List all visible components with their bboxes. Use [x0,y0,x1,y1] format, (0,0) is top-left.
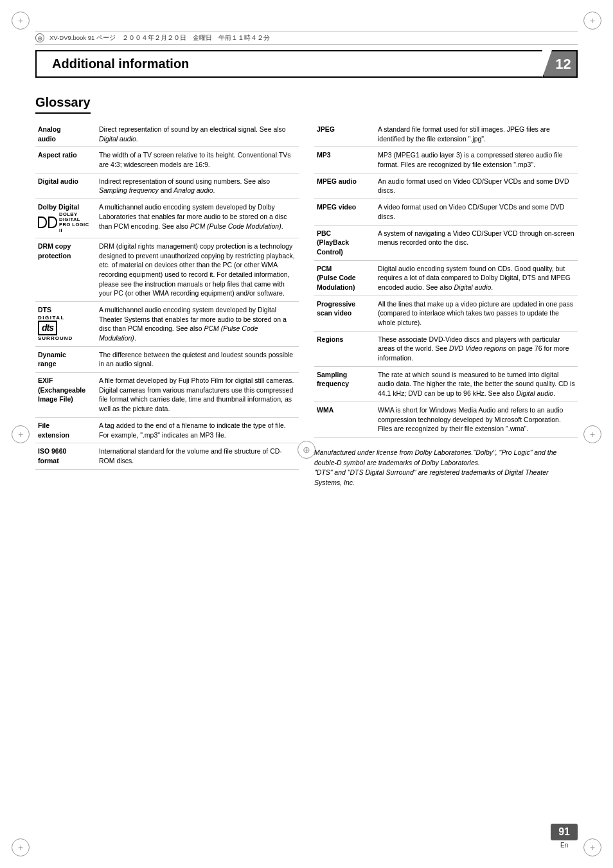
term-regions: Regions [314,331,375,366]
table-row: DRM copyprotection DRM (digital rights m… [35,238,299,301]
chapter-number-box: 12 [542,50,578,78]
term-digital-audio: Digital audio [35,173,96,199]
def-dolby-digital: A multichannel audio encoding system dev… [96,199,299,238]
glossary-right-column: JPEG A standard file format used for sti… [314,121,578,488]
term-dynamic-range: Dynamicrange [35,346,96,372]
def-digital-audio: Indirect representation of sound using n… [96,173,299,199]
def-iso9660: International standard for the volume an… [96,443,299,469]
glossary-columns: Analogaudio Direct representation of sou… [35,121,578,488]
footer-note-text: Manufactured under license from Dolby La… [314,448,573,488]
table-row: PCM(Pulse CodeModulation) Digital audio … [314,260,578,296]
dts-surround-text: SURROUND [38,335,91,342]
term-sampling-frequency: Samplingfrequency [314,366,375,402]
crosshair-icon: ⊕ [35,33,44,42]
def-file-extension: A tag added to the end of a filename to … [96,417,299,443]
term-wma: WMA [314,402,375,437]
corner-mark-ml [12,425,30,443]
glossary-left-column: Analogaudio Direct representation of sou… [35,121,299,488]
table-row: MPEG video A video format used on Video … [314,199,578,225]
table-row: Aspect ratio The width of a TV screen re… [35,147,299,173]
def-mpeg-video: A video format used on Video CD/Super VC… [375,199,578,225]
glossary-heading: Glossary [35,95,91,114]
table-row: ISO 9660format International standard fo… [35,443,299,469]
footer-note: Manufactured under license from Dolby La… [314,448,578,488]
table-row: Digital audio Indirect representation of… [35,173,299,199]
term-drm-copy: DRM copyprotection [35,238,96,301]
dts-logo: DIGITAL dts SURROUND [38,315,91,342]
term-mpeg-audio: MPEG audio [314,173,375,199]
corner-mark-br [583,838,601,856]
chapter-title-box: Additional information [35,50,542,78]
def-drm-copy: DRM (digital rights management) copy pro… [96,238,299,301]
def-jpeg: A standard file format used for still im… [375,121,578,147]
table-row: DTS DIGITAL dts SURROUND A multichannel … [35,301,299,346]
def-aspect-ratio: The width of a TV screen relative to its… [96,147,299,173]
table-row: Samplingfrequency The rate at which soun… [314,366,578,402]
main-content: Glossary Analogaudio Direct representati… [35,95,578,817]
glossary-right-table: JPEG A standard file format used for sti… [314,121,578,438]
term-iso9660: ISO 9660format [35,443,96,469]
term-analog-audio: Analogaudio [35,121,96,147]
page-number-container: 91 En [551,824,578,849]
def-pbc: A system of navigating a Video CD/Super … [375,225,578,260]
corner-mark-bl [12,838,30,856]
page-number: 91 [551,824,578,840]
term-jpeg: JPEG [314,121,375,147]
def-analog-audio: Direct representation of sound by an ele… [96,121,299,147]
term-aspect-ratio: Aspect ratio [35,147,96,173]
term-dolby-digital: Dolby Digital DOLBY DIGITAL [35,199,96,238]
dts-box-icon: dts [38,321,57,335]
chapter-header: Additional information 12 [35,50,578,78]
glossary-left-table: Analogaudio Direct representation of sou… [35,121,299,470]
table-row: WMA WMA is short for Windows Media Audio… [314,402,578,437]
page-lang: En [560,842,568,849]
table-row: Fileextension A tag added to the end of … [35,417,299,443]
table-row: MPEG audio An audio format used on Video… [314,173,578,199]
def-progressive-scan: All the lines that make up a video pictu… [375,296,578,331]
term-pbc: PBC(PlayBackControl) [314,225,375,260]
def-pcm: Digital audio encoding system found on C… [375,260,578,296]
term-mp3: MP3 [314,147,375,173]
file-info: XV-DV9.book 91 ページ ２００４年２月２０日 金曜日 午前１１時４… [49,34,270,42]
dolby-text-labels: DOLBY DIGITAL PRO LOGIC II [59,212,91,233]
corner-mark-tr [583,12,601,30]
def-wma: WMA is short for Windows Media Audio and… [375,402,578,437]
chapter-title: Additional information [52,57,527,71]
def-mp3: MP3 (MPEG1 audio layer 3) is a compresse… [375,147,578,173]
chapter-number: 12 [549,56,571,73]
term-exif: EXIF(ExchangeableImage File) [35,373,96,418]
def-mpeg-audio: An audio format used on Video CD/Super V… [375,173,578,199]
table-row: Regions These associate DVD-Video discs … [314,331,578,366]
corner-mark-mr [583,425,601,443]
table-row: Progressivescan video All the lines that… [314,296,578,331]
def-dts: A multichannel audio encoding system dev… [96,301,299,346]
def-exif: A file format developed by Fuji Photo Fi… [96,373,299,418]
table-row: EXIF(ExchangeableImage File) A file form… [35,373,299,418]
term-progressive-scan: Progressivescan video [314,296,375,331]
table-row: PBC(PlayBackControl) A system of navigat… [314,225,578,260]
table-row: JPEG A standard file format used for sti… [314,121,578,147]
def-regions: These associate DVD-Video discs and play… [375,331,578,366]
term-file-extension: Fileextension [35,417,96,443]
dolby-logo: DOLBY DIGITAL PRO LOGIC II [38,212,91,233]
meta-bar: ⊕ XV-DV9.book 91 ページ ２００４年２月２０日 金曜日 午前１１… [35,31,578,45]
table-row: Dynamicrange The difference between the … [35,346,299,372]
table-row: Dolby Digital DOLBY DIGITAL [35,199,299,238]
table-row: MP3 MP3 (MPEG1 audio layer 3) is a compr… [314,147,578,173]
term-mpeg-video: MPEG video [314,199,375,225]
corner-mark-tl [12,12,30,30]
def-sampling-frequency: The rate at which sound is measured to b… [375,366,578,402]
term-pcm: PCM(Pulse CodeModulation) [314,260,375,296]
def-dynamic-range: The difference between the quietest and … [96,346,299,372]
table-row: Analogaudio Direct representation of sou… [35,121,299,147]
dolby-double-d-icon [38,217,57,228]
term-dts: DTS DIGITAL dts SURROUND [35,301,96,346]
